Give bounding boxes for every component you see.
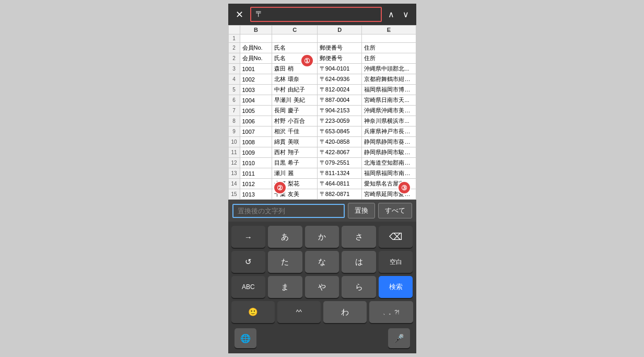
nav-up-button[interactable]: ∧ (385, 8, 397, 20)
replace-input[interactable] (232, 204, 345, 218)
kb-key-ha[interactable]: は (342, 251, 376, 273)
sheet-cell[interactable]: 1006 (240, 116, 272, 126)
sheet-cell[interactable]: 沖縄県中頭郡北... (362, 64, 416, 74)
kb-key-redo[interactable]: ↺ (231, 251, 266, 273)
sheet-cell[interactable]: 沖縄県沖縄市美里... (362, 106, 416, 116)
sheet-cell[interactable]: 1012 (240, 179, 272, 189)
sheet-cell[interactable]: 〒420-0858 (317, 137, 362, 147)
col-header-d: D (317, 26, 362, 34)
sheet-cell[interactable]: 1004 (240, 95, 272, 106)
sheet-cell[interactable]: 会員No. (240, 53, 272, 64)
table-row: 31001森田 梢〒904-0101沖縄県中頭郡北... (228, 64, 416, 74)
kb-row-1: → あ か さ ⌫ (231, 226, 413, 248)
sheet-cell[interactable]: 村野 小百合 (272, 116, 317, 126)
kb-key-arrow[interactable]: → (231, 226, 266, 248)
sheet-cell[interactable]: 静岡県静岡市駿河... (362, 147, 416, 158)
replace-all-button[interactable]: すべて (378, 203, 412, 218)
sheet-cell[interactable]: 〒812-0024 (317, 85, 362, 95)
sheet-cell[interactable]: 瀬川 麗 (272, 168, 317, 179)
kb-key-backspace[interactable]: ⌫ (379, 226, 413, 248)
sheet-cell[interactable]: 1001 (240, 64, 272, 74)
sheet-cell[interactable]: 〒904-0101 (317, 64, 362, 74)
sheet-cell[interactable]: 1009 (240, 147, 272, 158)
sheet-cell[interactable]: 1013 (240, 189, 272, 200)
sheet-cell[interactable]: 1003 (240, 85, 272, 95)
sheet-cell[interactable]: 〒422-8067 (317, 147, 362, 158)
cell-e1[interactable] (362, 34, 416, 43)
kb-key-a[interactable]: あ (268, 226, 302, 248)
sheet-cell[interactable]: 〒904-2153 (317, 106, 362, 116)
sheet-cell[interactable]: 〒079-2551 (317, 158, 362, 168)
sheet-cell[interactable]: 京都府舞鶴市紺屋... (362, 74, 416, 85)
cell-b1[interactable] (240, 34, 272, 43)
cell-c2[interactable]: 氏名 (272, 43, 317, 53)
sheet-cell[interactable]: 1005 (240, 106, 272, 116)
sheet-cell[interactable]: 〒811-1324 (317, 168, 362, 179)
row-num-1: 1 (228, 34, 240, 43)
sheet-cell[interactable]: 西村 翔子 (272, 147, 317, 158)
kb-key-na[interactable]: な (305, 251, 339, 273)
row-num-2: 2 (228, 43, 240, 53)
kb-key-emoji[interactable]: 🙂 (231, 301, 275, 323)
sheet-cell[interactable]: 相沢 千佳 (272, 126, 317, 137)
cell-c1[interactable] (272, 34, 317, 43)
kb-key-caret[interactable]: ^^ (277, 301, 321, 323)
cell-d2[interactable]: 郵便番号 (317, 43, 362, 53)
row-num-cell: 5 (228, 85, 240, 95)
kb-key-wa[interactable]: わ (323, 301, 367, 323)
kb-key-space[interactable]: 空白 (379, 251, 413, 273)
sheet-cell[interactable]: 1007 (240, 126, 272, 137)
sheet-cell[interactable]: 静岡県静岡市葵区... (362, 137, 416, 147)
row-num-cell: 6 (228, 95, 240, 106)
nav-down-button[interactable]: ∨ (400, 8, 412, 20)
close-button[interactable]: ✕ (232, 9, 247, 20)
kb-key-punct[interactable]: 、。?! (369, 301, 413, 323)
table-row: 51003中村 由紀子〒812-0024福岡県福岡市博多... (228, 85, 416, 95)
kb-key-sa[interactable]: さ (342, 226, 376, 248)
cell-b2[interactable]: 会員No. (240, 43, 272, 53)
sheet-cell[interactable]: 北林 環奈 (272, 74, 317, 85)
sheet-cell[interactable]: 住所 (362, 53, 416, 64)
kb-globe-button[interactable]: 🌐 (235, 328, 256, 348)
sheet-cell[interactable]: 早瀬川 美紀 (272, 95, 317, 106)
sheet-cell[interactable]: 福岡県福岡市南区... (362, 168, 416, 179)
sheet-cell[interactable]: 長岡 慶子 (272, 106, 317, 116)
sheet-cell[interactable]: 郵便番号 (317, 53, 362, 64)
kb-key-ma[interactable]: ま (268, 276, 302, 298)
row-num-cell: 15 (228, 189, 240, 200)
cell-d1[interactable] (317, 34, 362, 43)
kb-key-search[interactable]: 検索 (379, 276, 413, 298)
sheet-cell[interactable]: 〒624-0936 (317, 74, 362, 85)
col-header-rownum (228, 26, 240, 34)
sheet-cell[interactable]: 1010 (240, 158, 272, 168)
badge-2: ② (273, 181, 287, 194)
sheet-cell[interactable]: 北海道空知郡南幌... (362, 158, 416, 168)
search-bar: ✕ ∧ ∨ (228, 4, 416, 25)
sheet-cell[interactable]: 〒887-0004 (317, 95, 362, 106)
kb-key-ka[interactable]: か (305, 226, 339, 248)
kb-mic-button[interactable]: 🎤 (388, 328, 410, 348)
sheet-cell[interactable]: 宮崎県日南市天... (362, 95, 416, 106)
sheet-cell[interactable]: 目黒 希子 (272, 158, 317, 168)
sheet-cell[interactable]: 兵庫県神戸市長田... (362, 126, 416, 137)
sheet-cell[interactable]: 〒464-0811 (317, 179, 362, 189)
sheet-cell[interactable]: 綿貫 美咲 (272, 137, 317, 147)
sheet-cell[interactable]: 中村 由紀子 (272, 85, 317, 95)
cell-e2[interactable]: 住所 (362, 43, 416, 53)
table-row: 121010目黒 希子〒079-2551北海道空知郡南幌... (228, 158, 416, 168)
sheet-cell[interactable]: 1008 (240, 137, 272, 147)
sheet-cell[interactable]: 〒223-0059 (317, 116, 362, 126)
kb-key-ta[interactable]: た (268, 251, 302, 273)
sheet-cell[interactable]: 1011 (240, 168, 272, 179)
sheet-cell[interactable]: 〒653-0845 (317, 126, 362, 137)
sheet-cell[interactable]: 福岡県福岡市博多... (362, 85, 416, 95)
search-input[interactable] (250, 7, 382, 22)
kb-key-abc[interactable]: ABC (231, 276, 266, 298)
sheet-cell[interactable]: 神奈川県横浜市... (362, 116, 416, 126)
sheet-cell[interactable]: 〒882-0871 (317, 189, 362, 200)
sheet-cell[interactable]: 1002 (240, 74, 272, 85)
kb-key-ra[interactable]: ら (342, 276, 376, 298)
kb-key-ya[interactable]: や (305, 276, 339, 298)
row-num-cell: 12 (228, 158, 240, 168)
replace-button[interactable]: 置換 (348, 203, 375, 218)
